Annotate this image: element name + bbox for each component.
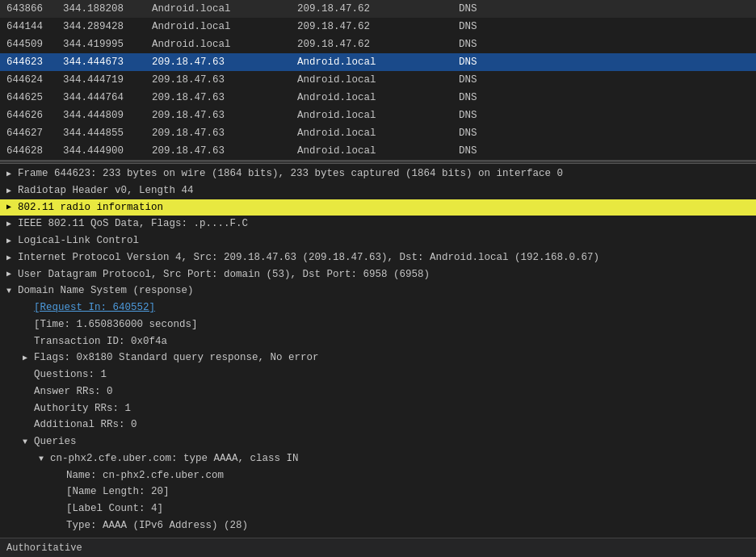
tree-item-request-in[interactable]: [Request In: 640552] <box>0 299 756 316</box>
packet-time: 344.444719 <box>63 74 152 86</box>
tree-item-text: [Time: 1.650836000 seconds] <box>34 317 750 333</box>
packet-row[interactable]: 644144 344.289428 Android.local 209.18.4… <box>0 18 756 36</box>
packet-num: 644625 <box>6 92 63 103</box>
tree-item-ieee[interactable]: ▶ IEEE 802.11 QoS Data, Flags: .p....F.C <box>0 216 756 232</box>
tree-item-text: Name: cn-phx2.cfe.uber.com <box>66 468 750 484</box>
packet-proto: DNS <box>459 128 507 139</box>
packet-src: 209.18.47.63 <box>152 128 297 139</box>
detail-tree: ▶ Frame 644623: 233 bytes on wire (1864 … <box>0 164 756 538</box>
tree-item-text: Transaction ID: 0x0f4a <box>34 334 750 350</box>
packet-proto: DNS <box>459 57 507 68</box>
tree-item-text: Flags: 0x8180 Standard query response, N… <box>34 350 750 366</box>
packet-src: 209.18.47.63 <box>152 92 297 103</box>
tree-item-llc[interactable]: ▶ Logical-Link Control <box>0 232 756 249</box>
tree-arrow: ▶ <box>6 268 18 280</box>
packet-dst: Android.local <box>297 92 459 103</box>
packet-src: 209.18.47.63 <box>152 145 297 157</box>
tree-arrow: ▶ <box>6 252 18 264</box>
packet-num: 643866 <box>6 3 63 15</box>
tree-item-query-label-count[interactable]: [Label Count: 4] <box>0 500 756 517</box>
tree-arrow: ▶ <box>6 185 18 197</box>
packet-num: 644624 <box>6 74 63 86</box>
tree-item-ip[interactable]: ▶ Internet Protocol Version 4, Src: 209.… <box>0 249 756 266</box>
tree-item-query-entry[interactable]: ▼ cn-phx2.cfe.uber.com: type AAAA, class… <box>0 450 756 467</box>
packet-dst: 209.18.47.62 <box>297 21 459 32</box>
tree-item-authority-rrs[interactable]: Authority RRs: 1 <box>0 400 756 417</box>
tree-item-text: Radiotap Header v0, Length 44 <box>18 183 750 199</box>
tree-item-text: [Label Count: 4] <box>66 501 750 517</box>
packet-num: 644144 <box>6 21 63 32</box>
tree-item-radiotap[interactable]: ▶ Radiotap Header v0, Length 44 <box>0 182 756 199</box>
tree-item-radio-info[interactable]: ▶ 802.11 radio information <box>0 199 756 216</box>
packet-proto: DNS <box>459 145 507 157</box>
packet-time: 344.444809 <box>63 110 152 121</box>
tree-item-time[interactable]: [Time: 1.650836000 seconds] <box>0 316 756 333</box>
packet-proto: DNS <box>459 39 507 50</box>
tree-item-text: [Name Length: 20] <box>66 484 750 500</box>
tree-item-text: Authority RRs: 1 <box>34 401 750 417</box>
tree-item-flags[interactable]: ▶ Flags: 0x8180 Standard query response,… <box>0 350 756 366</box>
packet-time: 344.444673 <box>63 57 152 68</box>
packet-proto: DNS <box>459 21 507 32</box>
wireshark-window: 643866 344.188208 Android.local 209.18.4… <box>0 0 756 557</box>
tree-arrow: ▶ <box>6 235 18 247</box>
tree-item-frame[interactable]: ▶ Frame 644623: 233 bytes on wire (1864 … <box>0 165 756 182</box>
tree-arrow: ▶ <box>6 218 18 230</box>
tree-item-text: cn-phx2.cfe.uber.com: type AAAA, class I… <box>50 451 750 467</box>
packet-row[interactable]: 644509 344.419995 Android.local 209.18.4… <box>0 36 756 53</box>
packet-src: 209.18.47.63 <box>152 74 297 86</box>
packet-time: 344.444855 <box>63 128 152 139</box>
packet-num: 644509 <box>6 39 63 50</box>
tree-item-text: Answer RRs: 0 <box>34 384 750 400</box>
status-bar: Authoritative <box>0 538 756 557</box>
link-text[interactable]: [Request In: 640552] <box>34 300 155 316</box>
tree-item-text: Additional RRs: 0 <box>34 417 750 433</box>
tree-item-questions[interactable]: Questions: 1 <box>0 366 756 383</box>
packet-num: 644626 <box>6 110 63 121</box>
tree-item-text: Type: AAAA (IPv6 Address) (28) <box>66 518 750 534</box>
packet-src: Android.local <box>152 39 297 50</box>
tree-item-additional-rrs[interactable]: Additional RRs: 0 <box>0 417 756 433</box>
packet-row[interactable]: 644627 344.444855 209.18.47.63 Android.l… <box>0 124 756 142</box>
tree-item-text: Questions: 1 <box>34 367 750 383</box>
tree-item-query-type[interactable]: Type: AAAA (IPv6 Address) (28) <box>0 517 756 534</box>
packet-proto: DNS <box>459 92 507 103</box>
packet-row[interactable]: 644626 344.444809 209.18.47.63 Android.l… <box>0 107 756 124</box>
packet-dst: 209.18.47.62 <box>297 39 459 50</box>
tree-arrow: ▼ <box>39 453 50 465</box>
packet-row[interactable]: 644625 344.444764 209.18.47.63 Android.l… <box>0 89 756 107</box>
packet-row[interactable]: 644624 344.444719 209.18.47.63 Android.l… <box>0 71 756 89</box>
tree-item-text: Queries <box>34 434 750 450</box>
tree-item-text: 802.11 radio information <box>18 200 750 216</box>
tree-item-query-name[interactable]: Name: cn-phx2.cfe.uber.com <box>0 467 756 484</box>
status-text: Authoritative <box>6 542 82 554</box>
tree-arrow: ▶ <box>23 352 34 364</box>
packet-time: 344.444764 <box>63 92 152 103</box>
tree-item-transaction-id[interactable]: Transaction ID: 0x0f4a <box>0 333 756 350</box>
tree-item-answer-rrs[interactable]: Answer RRs: 0 <box>0 383 756 400</box>
packet-proto: DNS <box>459 74 507 86</box>
tree-item-dns[interactable]: ▼ Domain Name System (response) <box>0 283 756 299</box>
packet-row[interactable]: 643866 344.188208 Android.local 209.18.4… <box>0 0 756 18</box>
tree-item-text: User Datagram Protocol, Src Port: domain… <box>18 267 750 283</box>
tree-item-text: Domain Name System (response) <box>18 283 750 299</box>
packet-num: 644628 <box>6 145 63 157</box>
packet-dst: Android.local <box>297 57 459 68</box>
packet-list: 643866 344.188208 Android.local 209.18.4… <box>0 0 756 161</box>
tree-item-udp[interactable]: ▶ User Datagram Protocol, Src Port: doma… <box>0 266 756 283</box>
tree-item-queries[interactable]: ▼ Queries <box>0 433 756 450</box>
packet-dst: Android.local <box>297 128 459 139</box>
packet-num: 644623 <box>6 57 63 68</box>
packet-time: 344.289428 <box>63 21 152 32</box>
packet-src: Android.local <box>152 3 297 15</box>
packet-time: 344.188208 <box>63 3 152 15</box>
tree-item-query-name-len[interactable]: [Name Length: 20] <box>0 484 756 500</box>
packet-proto: DNS <box>459 110 507 121</box>
tree-arrow: ▶ <box>6 201 18 213</box>
packet-time: 344.419995 <box>63 39 152 50</box>
packet-row[interactable]: 644628 344.444900 209.18.47.63 Android.l… <box>0 142 756 160</box>
tree-item-text: IEEE 802.11 QoS Data, Flags: .p....F.C <box>18 216 750 232</box>
packet-row[interactable]: 644623 344.444673 209.18.47.63 Android.l… <box>0 53 756 71</box>
packet-dst: 209.18.47.62 <box>297 3 459 15</box>
tree-item-text: Logical-Link Control <box>18 233 750 249</box>
